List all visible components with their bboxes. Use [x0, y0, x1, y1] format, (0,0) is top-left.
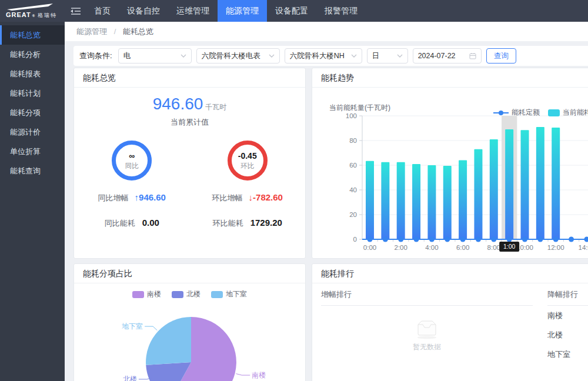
- pie-legend-item[interactable]: 南楼: [132, 289, 161, 299]
- mom-ring: -0.45 环比: [228, 141, 268, 181]
- empty-state-text: 暂无数据: [413, 342, 441, 352]
- chevron-down-icon: [269, 54, 275, 58]
- trend-chart-legend: 能耗定额当前能耗: [493, 108, 588, 118]
- pie-legend-item[interactable]: 北楼: [172, 289, 201, 299]
- date-input[interactable]: 2024-07-22: [413, 48, 482, 63]
- down-arrow-icon: ↓: [249, 192, 253, 202]
- nav-item-energy-management[interactable]: 能源管理: [218, 0, 267, 22]
- meter-select[interactable]: 六院骨科大楼电表: [196, 48, 280, 63]
- energy-ranking-panel: 能耗排行 增幅排行 暂无数据: [312, 263, 588, 381]
- rank-item-basement: 地下室: [547, 345, 588, 364]
- yoy-energy-label: 同比能耗: [105, 218, 135, 229]
- nav-item-device-config[interactable]: 设备配置: [267, 0, 316, 22]
- yoy-column: ∞ 同比 同比增幅 ↑946.60 同比能耗 0.00: [74, 141, 190, 229]
- svg-text:当前能耗量(千瓦时): 当前能耗量(千瓦时): [329, 103, 390, 112]
- sidebar-item-energy-subitem[interactable]: 能耗分项: [0, 103, 65, 122]
- brand-reg: ®: [32, 14, 35, 18]
- breadcrumb-parent: 能源管理: [76, 27, 107, 36]
- pie-legend-item[interactable]: 地下室: [211, 289, 247, 299]
- mom-ring-label: 环比: [240, 162, 254, 171]
- sidebar-item-energy-overview[interactable]: 能耗总览: [0, 25, 65, 45]
- main-content: 能源管理 / 能耗总览 查询条件: 电 六院骨科大楼电表 六院骨科大楼NH 日: [65, 22, 588, 381]
- value-caption: 当前累计值: [74, 117, 305, 128]
- up-arrow-icon: ↑: [135, 192, 139, 202]
- query-condition-label: 查询条件:: [79, 51, 112, 61]
- breadcrumb-separator: /: [114, 27, 116, 36]
- top-bar: GREAT® 格瑞特 首页 设备自控 运维管理 能源管理 设备配置 报警管理: [0, 0, 588, 22]
- period-select[interactable]: 日: [367, 48, 408, 63]
- yoy-ring-label: 同比: [125, 162, 139, 171]
- mom-growth-label: 环比增幅: [212, 193, 243, 203]
- empty-state: 暂无数据: [321, 316, 533, 352]
- svg-text:20: 20: [349, 211, 357, 218]
- nav-item-ops-management[interactable]: 运维管理: [168, 0, 218, 22]
- mom-energy-value: 1729.20: [250, 218, 282, 228]
- sidebar-item-energy-query[interactable]: 能耗查询: [0, 161, 65, 181]
- sidebar-collapse-icon[interactable]: [65, 0, 86, 22]
- value-unit: 千瓦时: [205, 103, 226, 111]
- top-nav: 首页 设备自控 运维管理 能源管理 设备配置 报警管理: [86, 0, 366, 22]
- empty-box-icon: [413, 316, 440, 340]
- svg-text:12:00: 12:00: [547, 244, 564, 251]
- search-button[interactable]: 查询: [486, 48, 516, 63]
- energy-overview-panel: 能耗总览 946.60千瓦时 当前累计值 ∞ 同比 同比增幅 ↑946.60: [74, 68, 306, 259]
- sidebar-item-unit-conversion[interactable]: 单位折算: [0, 142, 65, 161]
- svg-text:南楼: 南楼: [252, 371, 266, 379]
- pie-chart[interactable]: 南楼北楼地下室: [82, 300, 297, 381]
- svg-text:0:00: 0:00: [363, 244, 376, 251]
- svg-text:80: 80: [349, 137, 357, 144]
- current-total-value: 946.60千瓦时: [74, 95, 305, 113]
- legend-item-quota[interactable]: 能耗定额: [493, 108, 540, 118]
- energy-trend-panel: 能耗趋势 能耗定额当前能耗 当前能耗量(千瓦时)0204060801000:00…: [312, 68, 588, 259]
- panel-title: 能耗分项占比: [74, 264, 305, 283]
- chevron-down-icon: [181, 54, 186, 58]
- brand-logo: GREAT® 格瑞特: [0, 0, 65, 22]
- svg-text:地下室: 地下室: [122, 322, 143, 330]
- svg-text:40: 40: [349, 186, 357, 193]
- chevron-down-icon: [351, 54, 357, 58]
- growth-ranking-section: 增幅排行 暂无数据: [321, 283, 533, 364]
- sidebar-item-energy-analysis[interactable]: 能耗分析: [0, 45, 65, 64]
- sidebar: 能耗总览 能耗分析 能耗报表 能耗计划 能耗分项 能源计价 单位折算 能耗查询: [0, 22, 65, 381]
- mom-ring-value: -0.45: [238, 151, 257, 161]
- yoy-energy-value: 0.00: [142, 218, 159, 228]
- svg-text:14:00: 14:00: [579, 244, 588, 251]
- rank-item-south: 南楼: [547, 306, 588, 325]
- svg-text:100: 100: [346, 112, 357, 119]
- yoy-ring-value: ∞: [129, 151, 135, 161]
- calendar-icon: [469, 52, 476, 59]
- yoy-ring: ∞ 同比: [112, 141, 152, 181]
- panel-title: 能耗趋势: [312, 68, 588, 88]
- building-select[interactable]: 六院骨科大楼NH: [285, 48, 362, 63]
- panel-title: 能耗排行: [312, 264, 588, 283]
- trend-chart[interactable]: 当前能耗量(千瓦时)0204060801000:002:004:006:008:…: [321, 103, 588, 256]
- legend-item-current[interactable]: 当前能耗: [548, 108, 588, 118]
- sidebar-item-energy-pricing[interactable]: 能源计价: [0, 122, 65, 142]
- svg-text:8:00: 8:00: [487, 244, 500, 251]
- panel-title: 能耗总览: [74, 68, 305, 88]
- brand-name-cn: 格瑞特: [38, 12, 57, 19]
- sidebar-item-energy-report[interactable]: 能耗报表: [0, 64, 65, 83]
- energy-type-select[interactable]: 电: [118, 48, 192, 63]
- nav-item-device-control[interactable]: 设备自控: [119, 0, 168, 22]
- sidebar-item-energy-plan[interactable]: 能耗计划: [0, 83, 65, 103]
- chevron-down-icon: [397, 54, 403, 58]
- decline-ranking-header: 降幅排行: [547, 283, 588, 306]
- svg-text:4:00: 4:00: [425, 244, 438, 251]
- svg-text:1:00: 1:00: [503, 243, 516, 250]
- svg-text:60: 60: [349, 162, 357, 169]
- nav-item-home[interactable]: 首页: [86, 0, 119, 22]
- brand-text: GREAT® 格瑞特: [6, 11, 65, 19]
- energy-subitem-pie-panel: 能耗分项占比 南楼北楼地下室 南楼北楼地下室: [74, 263, 306, 381]
- svg-text:6:00: 6:00: [456, 244, 469, 251]
- svg-text:北楼: 北楼: [123, 375, 137, 381]
- breadcrumb: 能源管理 / 能耗总览: [65, 22, 588, 41]
- brand-name: GREAT: [6, 11, 31, 18]
- rank-item-north: 北楼: [547, 325, 588, 345]
- nav-item-alarm-management[interactable]: 报警管理: [316, 0, 366, 22]
- svg-text:2:00: 2:00: [395, 244, 407, 251]
- mom-growth-value: ↓-782.60: [249, 192, 283, 202]
- brand-swoosh-icon: [6, 3, 55, 11]
- pie-chart-legend: 南楼北楼地下室: [74, 289, 305, 299]
- yoy-growth-label: 同比增幅: [98, 193, 129, 203]
